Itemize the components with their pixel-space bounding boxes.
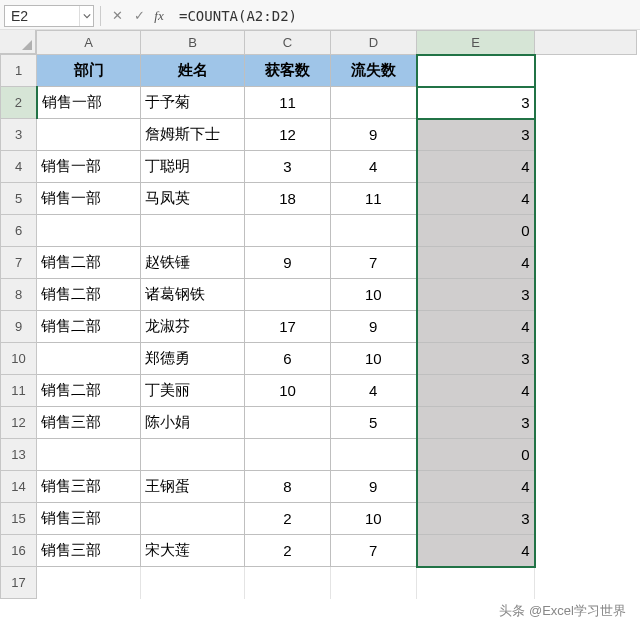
cell-A11[interactable]: 销售二部 [37, 375, 141, 407]
cell-D13[interactable] [331, 439, 417, 471]
cell-A13[interactable] [37, 439, 141, 471]
cell-B3[interactable]: 詹姆斯下士 [141, 119, 245, 151]
row-header-11[interactable]: 11 [1, 375, 37, 407]
cell-E3[interactable]: 3 [417, 119, 535, 151]
cell-E4[interactable]: 4 [417, 151, 535, 183]
name-box[interactable] [5, 6, 79, 26]
cell-B4[interactable]: 丁聪明 [141, 151, 245, 183]
cell-C14[interactable]: 8 [245, 471, 331, 503]
cell-A2[interactable]: 销售一部 [37, 87, 141, 119]
cell-pad-17[interactable] [535, 567, 637, 599]
cell-pad-5[interactable] [535, 183, 637, 215]
cell-B8[interactable]: 诸葛钢铁 [141, 279, 245, 311]
cell-C6[interactable] [245, 215, 331, 247]
cell-D2[interactable] [331, 87, 417, 119]
cell-C10[interactable]: 6 [245, 343, 331, 375]
cell-B11[interactable]: 丁美丽 [141, 375, 245, 407]
cell-E16[interactable]: 4 [417, 535, 535, 567]
formula-bar-input[interactable] [177, 5, 636, 27]
row-header-4[interactable]: 4 [1, 151, 37, 183]
cell-E15[interactable]: 3 [417, 503, 535, 535]
cell-E14[interactable]: 4 [417, 471, 535, 503]
cell-E12[interactable]: 3 [417, 407, 535, 439]
cell-pad-13[interactable] [535, 439, 637, 471]
cell-D5[interactable]: 11 [331, 183, 417, 215]
cell-pad-4[interactable] [535, 151, 637, 183]
row-header-9[interactable]: 9 [1, 311, 37, 343]
cell-D8[interactable]: 10 [331, 279, 417, 311]
name-box-dropdown[interactable] [79, 6, 93, 26]
cell-pad-16[interactable] [535, 535, 637, 567]
cell-A10[interactable] [37, 343, 141, 375]
cell-C13[interactable] [245, 439, 331, 471]
cell-A7[interactable]: 销售二部 [37, 247, 141, 279]
cell-B13[interactable] [141, 439, 245, 471]
cell-B7[interactable]: 赵铁锤 [141, 247, 245, 279]
cell-pad-7[interactable] [535, 247, 637, 279]
cell-E7[interactable]: 4 [417, 247, 535, 279]
cell-B9[interactable]: 龙淑芬 [141, 311, 245, 343]
cell-E11[interactable]: 4 [417, 375, 535, 407]
cell-pad-8[interactable] [535, 279, 637, 311]
cell-D14[interactable]: 9 [331, 471, 417, 503]
row-header-15[interactable]: 15 [1, 503, 37, 535]
cell-pad-3[interactable] [535, 119, 637, 151]
cell-D11[interactable]: 4 [331, 375, 417, 407]
cell-B12[interactable]: 陈小娟 [141, 407, 245, 439]
row-header-2[interactable]: 2 [1, 87, 37, 119]
col-header-D[interactable]: D [331, 31, 417, 55]
cell-C5[interactable]: 18 [245, 183, 331, 215]
cell-A6[interactable] [37, 215, 141, 247]
cell-D9[interactable]: 9 [331, 311, 417, 343]
cell-D4[interactable]: 4 [331, 151, 417, 183]
cell-C15[interactable]: 2 [245, 503, 331, 535]
cell-C16[interactable]: 2 [245, 535, 331, 567]
cell-pad-12[interactable] [535, 407, 637, 439]
cell-pad-14[interactable] [535, 471, 637, 503]
col-header-E[interactable]: E [417, 31, 535, 55]
cell-A17[interactable] [37, 567, 141, 599]
cell-C1[interactable]: 获客数 [245, 55, 331, 87]
cell-pad-11[interactable] [535, 375, 637, 407]
cell-pad-6[interactable] [535, 215, 637, 247]
cell-pad-2[interactable] [535, 87, 637, 119]
cell-C17[interactable] [245, 567, 331, 599]
cell-E17[interactable] [417, 567, 535, 599]
col-header-C[interactable]: C [245, 31, 331, 55]
cell-A14[interactable]: 销售三部 [37, 471, 141, 503]
cell-D1[interactable]: 流失数 [331, 55, 417, 87]
cell-C7[interactable]: 9 [245, 247, 331, 279]
cell-D16[interactable]: 7 [331, 535, 417, 567]
cell-D6[interactable] [331, 215, 417, 247]
cell-C9[interactable]: 17 [245, 311, 331, 343]
cell-B2[interactable]: 于予菊 [141, 87, 245, 119]
row-header-6[interactable]: 6 [1, 215, 37, 247]
cell-C2[interactable]: 11 [245, 87, 331, 119]
cell-C8[interactable] [245, 279, 331, 311]
row-header-5[interactable]: 5 [1, 183, 37, 215]
cell-D10[interactable]: 10 [331, 343, 417, 375]
cell-A4[interactable]: 销售一部 [37, 151, 141, 183]
cell-D3[interactable]: 9 [331, 119, 417, 151]
cell-D15[interactable]: 10 [331, 503, 417, 535]
cell-pad-9[interactable] [535, 311, 637, 343]
cell-B15[interactable] [141, 503, 245, 535]
cell-pad-15[interactable] [535, 503, 637, 535]
col-header-B[interactable]: B [141, 31, 245, 55]
cell-pad-10[interactable] [535, 343, 637, 375]
cell-A16[interactable]: 销售三部 [37, 535, 141, 567]
cell-B16[interactable]: 宋大莲 [141, 535, 245, 567]
row-header-7[interactable]: 7 [1, 247, 37, 279]
cell-C3[interactable]: 12 [245, 119, 331, 151]
row-header-14[interactable]: 14 [1, 471, 37, 503]
cancel-formula-button[interactable]: ✕ [107, 6, 127, 26]
row-header-10[interactable]: 10 [1, 343, 37, 375]
cell-E8[interactable]: 3 [417, 279, 535, 311]
cell-C11[interactable]: 10 [245, 375, 331, 407]
cell-E1[interactable] [417, 55, 535, 87]
cell-E9[interactable]: 4 [417, 311, 535, 343]
cell-E10[interactable]: 3 [417, 343, 535, 375]
cell-D17[interactable] [331, 567, 417, 599]
row-header-13[interactable]: 13 [1, 439, 37, 471]
confirm-formula-button[interactable]: ✓ [129, 6, 149, 26]
